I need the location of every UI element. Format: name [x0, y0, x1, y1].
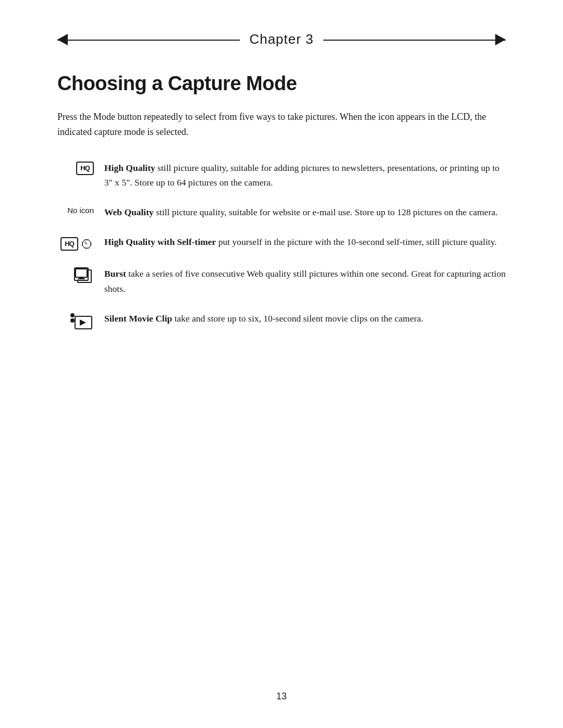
hq-selftimer-term: High Quality with Self-timer — [104, 237, 216, 247]
intro-paragraph: Press the Mode button repeatedly to sele… — [57, 109, 506, 140]
hq-selftimer-icon: HQ ⏲︎ — [57, 235, 94, 252]
list-item: No icon Web Quality still picture qualit… — [57, 205, 506, 220]
movie-icon-container — [57, 311, 94, 332]
right-arrow-icon — [495, 34, 506, 45]
chapter-header: Chapter 3 — [57, 31, 506, 47]
hq-selftimer-group: HQ ⏲︎ — [60, 236, 94, 252]
page-number: 13 — [276, 691, 287, 702]
svg-point-3 — [70, 313, 75, 317]
high-quality-term: High Quality — [104, 163, 155, 173]
list-item: HQ ⏲︎ High Quality with Self-timer put y… — [57, 235, 506, 252]
svg-rect-0 — [76, 269, 87, 277]
burst-icon — [74, 267, 94, 285]
hq-selftimer-text: High Quality with Self-timer put yoursel… — [104, 235, 497, 250]
web-quality-term: Web Quality — [104, 207, 154, 217]
hq-selftimer-description: put yourself in the picture with the 10-… — [218, 237, 497, 247]
movie-clip-term: Silent Movie Clip — [104, 313, 172, 324]
movie-clip-description: take and store up to six, 10-second sile… — [175, 313, 423, 324]
burst-text: Burst take a series of five consecutive … — [104, 266, 506, 297]
svg-point-4 — [70, 318, 75, 323]
no-icon-label: No icon — [67, 206, 94, 215]
high-quality-description: still picture quality, suitable for addi… — [104, 163, 499, 188]
svg-rect-2 — [78, 278, 85, 279]
page: Chapter 3 Choosing a Capture Mode Press … — [57, 0, 506, 728]
high-quality-icon: HQ — [57, 161, 94, 175]
items-list: HQ High Quality still picture quality, s… — [57, 161, 506, 332]
movie-clip-icon — [69, 312, 94, 332]
web-quality-text: Web Quality still picture quality, suita… — [104, 205, 498, 220]
web-quality-description: still picture quality, suitable for webs… — [156, 207, 497, 217]
selftimer-icon: ⏲︎ — [80, 236, 94, 252]
web-quality-icon: No icon — [57, 205, 94, 215]
burst-icon-container — [57, 266, 94, 285]
list-item: Burst take a series of five consecutive … — [57, 266, 506, 297]
list-item: Silent Movie Clip take and store up to s… — [57, 311, 506, 332]
hq-badge: HQ — [76, 162, 94, 175]
list-item: HQ High Quality still picture quality, s… — [57, 161, 506, 191]
hq-badge-selftimer: HQ — [60, 237, 78, 251]
burst-term: Burst — [104, 268, 126, 279]
burst-page-front — [74, 267, 89, 281]
chapter-title: Chapter 3 — [240, 31, 323, 47]
page-title: Choosing a Capture Mode — [57, 72, 506, 95]
burst-description: take a series of five consecutive Web qu… — [104, 268, 506, 294]
movie-clip-text: Silent Movie Clip take and store up to s… — [104, 311, 423, 326]
high-quality-text: High Quality still picture quality, suit… — [104, 161, 506, 191]
left-arrow-icon — [57, 34, 68, 45]
